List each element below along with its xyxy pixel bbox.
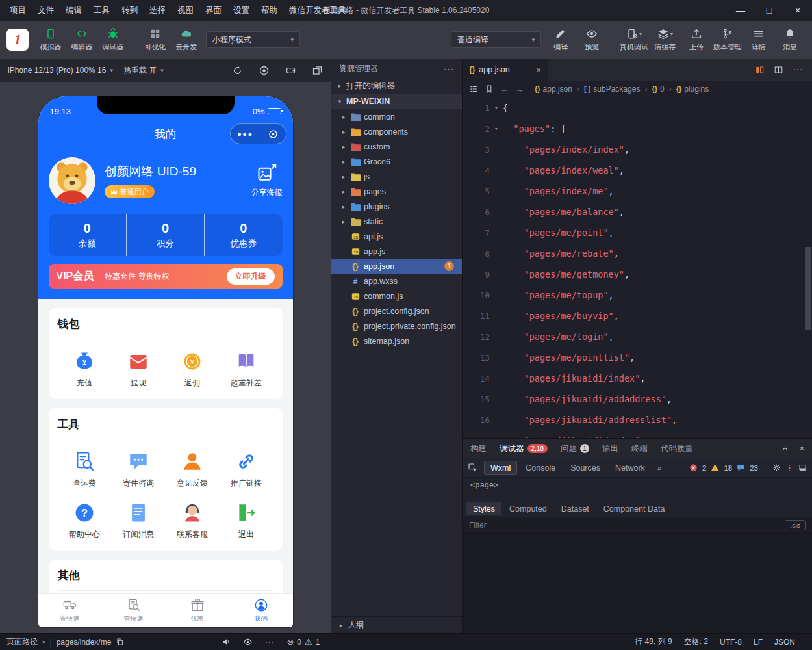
editor-tab-app-json[interactable]: {} app.json × — [463, 58, 548, 81]
code-line[interactable]: 17 "pages/jikuaidi/order", — [463, 430, 812, 438]
tabbar-item[interactable]: 寄快递 — [38, 594, 102, 627]
code-line[interactable]: 9 "pages/me/getmoney", — [463, 264, 812, 285]
tree-item-plugins[interactable]: ▸plugins — [331, 199, 462, 214]
toolbar-eye-button[interactable]: 预览 — [576, 27, 607, 52]
tree-item-app.json[interactable]: {}app.json1 — [331, 259, 462, 274]
styles-tab[interactable]: Computed — [503, 502, 553, 515]
breadcrumb-item[interactable]: {}plugins — [676, 84, 709, 94]
app-grid-item[interactable]: ?帮助中心 — [58, 502, 112, 540]
breadcrumb-item[interactable]: {}app.json — [535, 84, 572, 94]
toolbar-compile-button[interactable]: 编译 — [545, 27, 576, 52]
app-grid-item[interactable]: 提现 — [112, 350, 166, 389]
tree-item-app.wxss[interactable]: #app.wxss — [331, 274, 462, 289]
copy-path-icon[interactable] — [116, 638, 124, 646]
outline-list-icon[interactable] — [469, 84, 478, 94]
language-mode[interactable]: JSON — [774, 638, 795, 647]
minimize-button[interactable]: — — [726, 0, 755, 21]
menubar-item-10[interactable]: 微信开发者工具 — [283, 0, 352, 21]
toolbar-bug-button[interactable]: 调试器 — [97, 27, 129, 52]
project-root[interactable]: ▾ MP-WEIXIN — [331, 94, 462, 109]
stat-item[interactable]: 0优惠券 — [204, 214, 282, 256]
menubar-item-6[interactable]: 视图 — [171, 0, 199, 21]
code-line[interactable]: 11 "pages/me/buyvip", — [463, 306, 812, 326]
app-grid-item[interactable]: 超重补差 — [220, 350, 273, 389]
stat-item[interactable]: 0余额 — [49, 214, 126, 256]
tree-item-sitemap.json[interactable]: {}sitemap.json — [331, 333, 462, 348]
panel-tab[interactable]: 代码质量 — [661, 443, 693, 454]
code-line[interactable]: 12 "pages/me/login", — [463, 326, 812, 347]
compile-mode-select[interactable]: 普通编译▾ — [451, 31, 541, 48]
devtools-tab-Network[interactable]: Network — [609, 461, 652, 475]
wxml-element[interactable]: <page> — [463, 478, 812, 500]
app-grid-item[interactable]: 寄件咨询 — [112, 450, 166, 489]
avatar[interactable] — [49, 157, 95, 204]
breadcrumb-item[interactable]: [ ]subPackages — [584, 84, 640, 94]
tree-item-Grace6[interactable]: ▸Grace6 — [331, 154, 462, 169]
toolbar-cloud-button[interactable]: 云开发 — [171, 27, 202, 52]
message-count-icon[interactable] — [737, 463, 745, 472]
code-line[interactable]: 16 "pages/jikuaidi/addresslist", — [463, 410, 812, 430]
styles-filter-input[interactable] — [469, 521, 778, 530]
toolbar-branch-button[interactable]: 版本管理 — [712, 27, 743, 52]
panel-tab[interactable]: 问题1 — [561, 443, 589, 454]
compare-icon[interactable] — [755, 65, 765, 75]
indent-setting[interactable]: 空格: 2 — [684, 636, 708, 647]
tree-item-js[interactable]: ▸js — [331, 169, 462, 184]
devtools-tab-Console[interactable]: Console — [519, 461, 562, 475]
menubar-item-1[interactable]: 文件 — [32, 0, 60, 21]
toolbar-layers-button[interactable]: ▾清缓存 — [650, 27, 681, 52]
app-grid-item[interactable]: ¥充值 — [58, 350, 112, 389]
menubar-item-2[interactable]: 编辑 — [60, 0, 88, 21]
device-select[interactable]: iPhone 12/13 (Pro) 100% 16▾ — [8, 66, 113, 75]
panel-tab[interactable]: 终端 — [631, 443, 648, 454]
preview-eye-icon[interactable] — [243, 637, 253, 647]
outline-section[interactable]: ▸ 大纲 — [331, 616, 462, 633]
tree-item-custom[interactable]: ▸custom — [331, 139, 462, 154]
styles-tab[interactable]: Styles — [466, 502, 501, 515]
code-line[interactable]: 7 "pages/me/point", — [463, 222, 812, 243]
devtools-tab-Wxml[interactable]: Wxml — [484, 461, 517, 475]
explorer-more-icon[interactable]: ··· — [444, 64, 454, 73]
toolbar-bell-button[interactable]: 消息 — [774, 27, 806, 52]
eol-setting[interactable]: LF — [754, 638, 763, 647]
code-line[interactable]: 15 "pages/jikuaidi/addaddress", — [463, 389, 812, 410]
tree-item-app.js[interactable]: JSapp.js — [331, 244, 462, 259]
tree-item-static[interactable]: ▸static — [331, 214, 462, 229]
forward-icon[interactable]: → — [515, 84, 524, 94]
app-grid-item[interactable]: ¥返佣 — [166, 350, 220, 389]
devtools-tab-Sources[interactable]: Sources — [564, 461, 607, 475]
editor-more-icon[interactable]: ··· — [793, 64, 803, 75]
app-logo[interactable]: 1 — [6, 29, 29, 51]
back-icon[interactable]: ← — [500, 84, 509, 94]
code-line[interactable]: 4 "pages/index/weal", — [463, 160, 812, 181]
code-line[interactable]: 6 "pages/me/balance", — [463, 202, 812, 222]
rotate-device-icon[interactable] — [285, 65, 296, 76]
vip-banner[interactable]: VIP会员 特惠套件 尊贵特权 立即升级 — [49, 264, 283, 289]
app-grid-item[interactable]: 推广链接 — [220, 450, 273, 489]
tree-item-project.private.config.json[interactable]: {}project.private.config.json — [331, 318, 462, 333]
error-count-icon[interactable] — [689, 463, 698, 472]
cls-toggle-button[interactable]: .cls — [785, 520, 806, 530]
hot-reload-select[interactable]: 热重载 开▾ — [123, 65, 164, 76]
menubar-item-3[interactable]: 工具 — [88, 0, 116, 21]
tree-item-components[interactable]: ▸components — [331, 124, 462, 139]
code-line[interactable]: 8 "pages/me/rebate", — [463, 243, 812, 264]
encoding[interactable]: UTF-8 — [720, 638, 742, 647]
upgrade-button[interactable]: 立即升级 — [227, 268, 275, 285]
stat-item[interactable]: 0积分 — [126, 214, 204, 256]
toolbar-upload-button[interactable]: 上传 — [681, 27, 712, 52]
record-icon[interactable] — [259, 65, 270, 76]
inspect-element-icon[interactable] — [468, 463, 478, 473]
opened-editors-section[interactable]: ▸ 打开的编辑器 — [331, 78, 462, 94]
tree-item-common[interactable]: ▸common — [331, 109, 462, 124]
devtools-settings-icon[interactable] — [772, 463, 781, 472]
devtools-menu-icon[interactable]: ⋮ — [785, 463, 794, 473]
code-line[interactable]: 14 "pages/jikuaidi/index", — [463, 368, 812, 389]
cursor-position[interactable]: 行 49, 列 9 — [635, 636, 672, 647]
tree-item-pages[interactable]: ▸pages — [331, 184, 462, 199]
problems-summary[interactable]: ⊗ 0 ⚠ 1 — [286, 637, 320, 647]
tree-item-common.js[interactable]: JScommon.js — [331, 289, 462, 304]
breadcrumb-item[interactable]: {}0 — [652, 84, 664, 94]
maximize-button[interactable]: □ — [755, 0, 783, 21]
menubar-item-5[interactable]: 选择 — [144, 0, 171, 21]
